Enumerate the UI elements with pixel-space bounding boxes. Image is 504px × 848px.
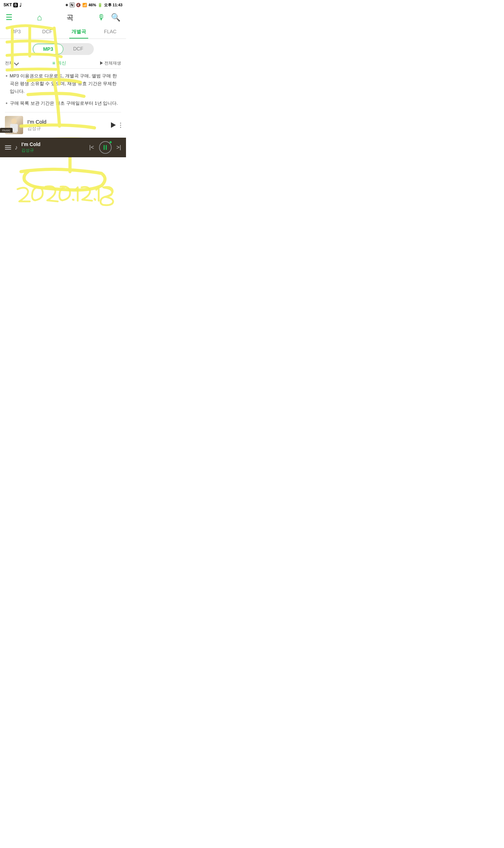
battery-percent: 46% [89,3,96,7]
search-icon[interactable]: 🔍 [111,13,120,22]
player-artist: 김성규 [21,147,86,153]
nfc-icon: N [70,2,75,7]
bluetooth-icon: ∗ [65,3,68,7]
bullet-2: • [6,100,8,106]
play-all-label: 전체재생 [104,60,121,66]
player-note-icon: ♪ [15,144,18,151]
sort-filter-icon: ≡ [52,60,55,66]
dot-2 [120,125,121,126]
status-bar: SKT B ♩ ∗ N 🔇 📶 46% 🔋 오후 11:43 [0,0,126,10]
song-more-button[interactable] [120,123,121,128]
song-item: INSIDE ME I'm Cold 김성규 [0,112,126,138]
menu-line-1 [5,145,11,146]
all-label: 전체 [5,60,13,66]
mic-icon[interactable]: 🎙 [98,13,105,22]
mute-icon: 🔇 [76,3,81,7]
status-left: SKT B ♩ [4,2,22,8]
menu-line-2 [5,147,11,148]
play-all-icon [100,61,103,65]
song-title: I'm Cold [27,119,107,125]
all-select[interactable]: 전체 [5,60,18,66]
bullet-1: • [6,73,8,79]
pause-bar-2 [106,145,107,150]
prev-button[interactable]: |< [89,144,94,151]
player-controls: |< >| [89,141,121,154]
carrier-text: SKT [4,2,12,7]
top-nav: ☰ ⌂ 곡 🎙 🔍 [0,10,126,25]
dot-1 [120,123,121,124]
player-menu-icon[interactable] [5,145,11,150]
chevron-down-icon [14,61,19,66]
sub-tab-dcf[interactable]: DCF [63,44,93,54]
play-pause-button[interactable] [99,141,112,154]
music-badge: music [0,128,13,133]
pause-bar-1 [104,145,105,150]
music-status-icon: ♩ [19,2,22,8]
info-text-2: 구매 목록 보관 기간은 최초 구매일로부터 1년 입니다. [10,99,118,107]
tab-dcf[interactable]: DCF [31,25,63,39]
sub-tab-group: MP3 DCF [32,43,94,55]
song-actions [111,122,121,128]
song-artist: 김성규 [27,125,107,132]
sort-label: 최신 [57,60,66,66]
dot-3 [120,127,121,128]
pause-icon [104,145,107,150]
sort-bar: 전체 ≡ 최신 전체재생 [0,58,126,68]
wifi-icon: 📶 [82,3,87,7]
sort-options[interactable]: ≡ 최신 [52,60,66,66]
sub-tab-mp3[interactable]: MP3 [33,44,63,54]
bottom-player: music ♪ I'm Cold 김성규 |< >| [0,138,126,157]
player-title: I'm Cold [21,142,86,147]
player-song-info: I'm Cold 김성규 [21,142,86,153]
tab-bar: MP3 DCF 개별곡 FLAC [0,25,126,39]
song-info: I'm Cold 김성규 [27,119,107,132]
song-play-button[interactable] [111,122,116,128]
tab-mp3[interactable]: MP3 [0,25,31,39]
info-text-1: MP3 이용권으로 다운로드, 개별곡 구매, 앨범 구매 한 곡은 평생 소유… [10,72,120,95]
menu-line-3 [5,149,11,150]
next-button[interactable]: >| [117,144,121,151]
nav-right-icons: 🎙 🔍 [98,13,120,22]
play-all-button[interactable]: 전체재생 [100,60,121,66]
thumb-head [11,118,17,124]
playing-indicator [110,141,112,143]
menu-icon[interactable]: ☰ [6,13,13,22]
info-item-1: • MP3 이용권으로 다운로드, 개별곡 구매, 앨범 구매 한 곡은 평생 … [6,72,120,97]
battery-icon: 🔋 [98,3,103,7]
tab-flac[interactable]: FLAC [94,25,126,39]
sub-tab-container: MP3 DCF [0,39,126,58]
info-box: • MP3 이용권으로 다운로드, 개별곡 구매, 앨범 구매 한 곡은 평생 … [0,69,126,112]
time-display: 오후 11:43 [104,2,122,8]
bold-b-icon: B [13,3,18,7]
status-right: ∗ N 🔇 📶 46% 🔋 오후 11:43 [65,2,122,8]
home-icon[interactable]: ⌂ [37,13,42,22]
tab-individual[interactable]: 개별곡 [63,25,94,39]
info-item-2: • 구매 목록 보관 기간은 최초 구매일로부터 1년 입니다. [6,99,120,109]
page-title: 곡 [66,13,74,22]
